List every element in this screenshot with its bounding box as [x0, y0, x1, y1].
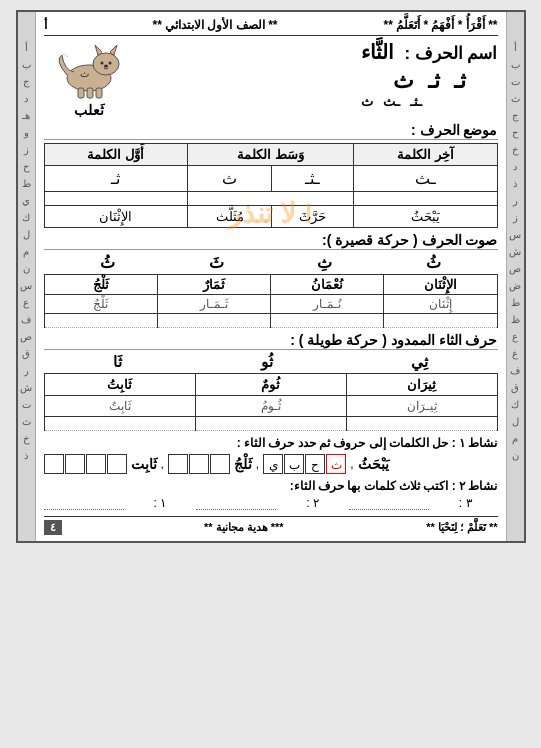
num2: ٢ :	[306, 496, 319, 510]
letter-name: اسم الحرف : الثَّاء ثـ ثـ ث ـثـ ـث ث	[361, 40, 498, 109]
sr3-c1	[384, 314, 497, 328]
empty-box-7	[44, 454, 64, 474]
et-r3-c3	[44, 417, 195, 431]
svg-rect-12	[96, 88, 102, 98]
svg-point-6	[100, 62, 103, 65]
pos-r1-c4: ثـ	[44, 166, 187, 192]
eh3: ثَا	[113, 353, 122, 371]
sound-section: صوت الحرف ( حركة قصيرة ): ثُ ثِ ثَ ثُ ال…	[44, 232, 498, 328]
sr1-c4: ثَلْجُ	[44, 275, 157, 295]
empty-box-1	[168, 454, 188, 474]
et-r1-c1: ثِيرَان	[346, 374, 497, 396]
pos-r2-c3: مُثَلَّث	[187, 206, 272, 228]
pos-r1-c2: ـثـ	[272, 166, 354, 192]
empty-box-5	[86, 454, 106, 474]
form3: ث	[393, 68, 414, 94]
activity1-row: يَبْحَثُ , ث ح ب ي , ثَلْجُ , ثَا	[44, 454, 498, 474]
small-forms: ـثـ ـث ث	[361, 94, 498, 109]
small1: ـثـ	[410, 94, 422, 109]
wolf-icon: ث	[54, 40, 124, 100]
word2-boxes	[168, 454, 230, 474]
word2-label: ثَلْجُ	[234, 456, 252, 472]
num3: ٣ :	[459, 496, 472, 510]
sound-title: صوت الحرف ( حركة قصيرة ):	[44, 232, 498, 250]
activity1-title: نشاط ١ : حل الكلمات إلى حروف ثم حدد حرف …	[44, 436, 498, 450]
sr3-c2	[271, 314, 384, 328]
sidebar-left: أبجدهـ وزحطي كلمنس عفصقر شتثخذ	[18, 12, 36, 541]
letter-forms: ثـ ثـ ث	[361, 64, 498, 94]
eh1: ثِي	[411, 353, 428, 371]
activity2-numbers: ٣ : ٢ : ١ :	[44, 496, 498, 510]
page-number: ٤	[44, 520, 62, 535]
sr3-c4	[44, 314, 157, 328]
top-bar: ** أَقْرَأُ * أَفْهَمُ * أَتَعَلَّمُ ** …	[44, 18, 498, 36]
empty-box-4	[107, 454, 127, 474]
position-title: موضع الحرف :	[44, 122, 498, 140]
et-r2-c3: ثَابِتُ	[44, 396, 195, 417]
sr1-c2: نُعْمَانُ	[271, 275, 384, 295]
col-header-3: أَوَّل الكلمة	[44, 144, 187, 166]
line3	[349, 496, 429, 510]
activity2: نشاط ٢ : اكتب ثلاث كلمات بها حرف الثاء: …	[44, 479, 498, 510]
pos-r2-c1: يَبْحَثُ	[354, 206, 497, 228]
sh4: ثُ	[54, 253, 163, 272]
small2: ـث	[383, 94, 400, 109]
sr1-c1: الإِثْنَان	[384, 275, 497, 295]
num1: ١ :	[154, 496, 167, 510]
top-left: أ	[44, 18, 47, 32]
et-r1-c2: ثُومٌ	[195, 374, 346, 396]
letter-name-label: اسم الحرف :	[404, 44, 497, 63]
bottom-center: *** هدية مجانية **	[204, 521, 284, 534]
col-header-2: وَسَط الكلمة	[187, 144, 353, 166]
et-r2-c1: ثِيـرَان	[346, 396, 497, 417]
position-table: آخِر الكلمة وَسَط الكلمة أَوَّل الكلمة ـ…	[44, 143, 498, 228]
bottom-bar: ** تَعَلَّمْ ؛ لِتَحْيَا ** *** هدية مجا…	[44, 516, 498, 535]
top-center: ** الصف الأول الابتدائي **	[152, 18, 277, 32]
svg-point-1	[93, 53, 119, 75]
pos-r1-c3: ث	[187, 166, 272, 192]
et-r3-c1	[346, 417, 497, 431]
sh1: ثُ	[379, 253, 488, 272]
line1	[44, 496, 124, 510]
sr2-c1: إِثْنَان	[384, 295, 497, 314]
pos-r2-c4: الإِثْنَان	[44, 206, 187, 228]
extended-table: ثِيرَان ثُومٌ ثَابِتُ ثِيـرَان ثُـومُ ثَ…	[44, 373, 498, 431]
extended-section: حرف الثاء الممدود ( حركة طويلة ) : ثِي ث…	[44, 332, 498, 431]
col-header-1: آخِر الكلمة	[354, 144, 497, 166]
empty-box-6	[65, 454, 85, 474]
form2: ثـ	[428, 68, 440, 94]
word3-boxes	[44, 454, 127, 474]
char-box-4: ث	[326, 454, 346, 474]
et-r3-c2	[195, 417, 346, 431]
sidebar-right: أبتثج حخدذر زسشصض طظعغف قكلمن	[506, 12, 524, 541]
char-box-1: ي	[263, 454, 283, 474]
svg-point-7	[108, 62, 111, 65]
sr2-c4: ثَلْجُ	[44, 295, 157, 314]
sr1-c3: ثَمَارٌ	[157, 275, 270, 295]
et-r1-c3: ثَابِتُ	[44, 374, 195, 396]
sr2-c2: نُـمَـار	[271, 295, 384, 314]
comma2: ,	[256, 457, 259, 471]
svg-point-9	[104, 65, 108, 68]
extended-headers: ثِي ثُو ثَا	[44, 353, 498, 371]
sr2-c3: ثَـمَـار	[157, 295, 270, 314]
sound-headers: ثُ ثِ ثَ ثُ	[44, 253, 498, 272]
et-r2-c2: ثُـومُ	[195, 396, 346, 417]
empty-box-3	[210, 454, 230, 474]
svg-rect-11	[87, 88, 93, 98]
word1-label: يَبْحَثُ	[358, 456, 389, 472]
word3-label: ثَابِت	[131, 456, 157, 472]
extended-title: حرف الثاء الممدود ( حركة طويلة ) :	[44, 332, 498, 350]
char-box-2: ب	[284, 454, 304, 474]
pos-r2-c2: حَرَّثَ	[272, 206, 354, 228]
comma3: ,	[161, 457, 164, 471]
wolf-label: ثَعلب	[74, 102, 104, 118]
svg-text:ث: ث	[79, 68, 88, 79]
form1: ثـ	[454, 68, 466, 94]
comma1: ,	[350, 457, 353, 471]
sh3: ثَ	[162, 253, 271, 272]
sr3-c3	[157, 314, 270, 328]
activity2-title: نشاط ٢ : اكتب ثلاث كلمات بها حرف الثاء:	[44, 479, 498, 493]
activity1: نشاط ١ : حل الكلمات إلى حروف ثم حدد حرف …	[44, 436, 498, 474]
word1-boxes: ث ح ب ي	[263, 454, 346, 474]
